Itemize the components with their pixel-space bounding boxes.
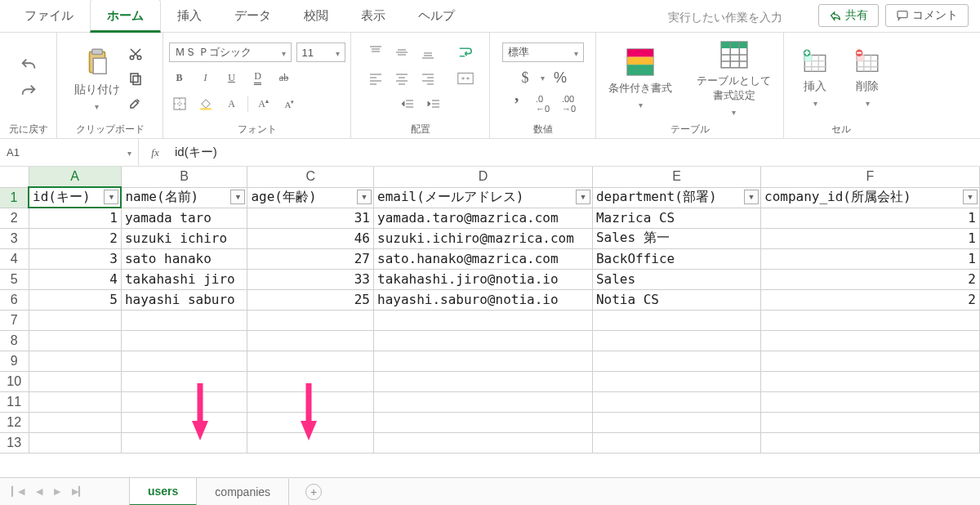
sheet-nav-last[interactable]: ▶▎	[72, 486, 85, 497]
align-top-button[interactable]	[365, 42, 386, 63]
comma-style-button[interactable]: ’	[506, 93, 528, 114]
empty-cell[interactable]	[121, 391, 247, 412]
empty-cell[interactable]	[121, 371, 247, 391]
sheet-tab-users[interactable]: users	[129, 478, 197, 506]
filter-button[interactable]: ▼	[576, 190, 590, 204]
row-header-5[interactable]: 5	[0, 269, 29, 289]
empty-cell[interactable]	[29, 310, 121, 330]
empty-cell[interactable]	[761, 412, 980, 432]
empty-cell[interactable]	[761, 391, 980, 412]
tab-review[interactable]: 校閲	[287, 0, 345, 32]
filter-button[interactable]: ▼	[104, 190, 118, 204]
font-name-select[interactable]: ＭＳ Ｐゴシック	[169, 42, 292, 62]
header-cell[interactable]: company_id(所属会社)▼	[761, 187, 980, 208]
data-cell[interactable]: Mazrica CS	[592, 208, 760, 228]
empty-cell[interactable]	[761, 351, 980, 371]
data-cell[interactable]: sato.hanako@mazrica.com	[374, 248, 593, 269]
comment-button[interactable]: コメント	[885, 4, 969, 27]
data-cell[interactable]: Notia CS	[592, 289, 760, 310]
row-header-13[interactable]: 13	[0, 432, 29, 453]
empty-cell[interactable]	[592, 432, 760, 453]
empty-cell[interactable]	[761, 310, 980, 330]
row-header-7[interactable]: 7	[0, 310, 29, 330]
data-cell[interactable]: 1	[761, 248, 980, 269]
empty-cell[interactable]	[761, 432, 980, 453]
data-cell[interactable]: 46	[247, 228, 374, 248]
data-cell[interactable]: 2	[761, 269, 980, 289]
fill-color-button[interactable]	[195, 93, 216, 114]
data-cell[interactable]: hayashi saburo	[121, 289, 247, 310]
wrap-text-button[interactable]	[455, 42, 476, 63]
data-cell[interactable]: Sales	[592, 269, 760, 289]
data-cell[interactable]: 4	[29, 269, 121, 289]
insert-cells-button[interactable]: 挿入	[801, 48, 829, 109]
filter-button[interactable]: ▼	[744, 190, 759, 204]
empty-cell[interactable]	[592, 371, 760, 391]
col-header-C[interactable]: C	[247, 167, 374, 187]
data-cell[interactable]: 2	[29, 228, 121, 248]
merge-cells-button[interactable]	[455, 68, 476, 89]
empty-cell[interactable]	[374, 310, 593, 330]
align-right-button[interactable]	[417, 68, 439, 89]
data-cell[interactable]: 2	[761, 289, 980, 310]
row-header-8[interactable]: 8	[0, 330, 29, 351]
empty-cell[interactable]	[121, 412, 247, 432]
col-header-F[interactable]: F	[761, 167, 980, 187]
row-header-4[interactable]: 4	[0, 248, 29, 269]
cut-button[interactable]	[125, 43, 146, 65]
data-cell[interactable]: 33	[247, 269, 374, 289]
empty-cell[interactable]	[374, 330, 593, 351]
bold-button[interactable]: B	[169, 67, 190, 88]
align-bottom-button[interactable]	[417, 42, 439, 63]
tab-file[interactable]: ファイル	[8, 0, 90, 32]
row-header-11[interactable]: 11	[0, 391, 29, 412]
delete-cells-button[interactable]: 削除	[853, 48, 881, 109]
copy-button[interactable]	[125, 68, 146, 89]
empty-cell[interactable]	[592, 330, 760, 351]
sheet-nav-first[interactable]: ▎◀	[11, 486, 24, 497]
data-cell[interactable]: takahashi.jiro@notia.io	[374, 269, 593, 289]
empty-cell[interactable]	[121, 351, 247, 371]
data-cell[interactable]: 1	[29, 208, 121, 228]
formula-input[interactable]	[172, 139, 980, 166]
font-color-button[interactable]: A	[221, 93, 243, 114]
empty-cell[interactable]	[29, 432, 121, 453]
row-header-12[interactable]: 12	[0, 412, 29, 432]
empty-cell[interactable]	[374, 351, 593, 371]
empty-cell[interactable]	[29, 391, 121, 412]
data-cell[interactable]: yamada taro	[121, 208, 247, 228]
empty-cell[interactable]	[374, 432, 593, 453]
sheet-nav-prev[interactable]: ◀	[36, 486, 42, 497]
redo-button[interactable]	[18, 81, 39, 102]
borders-button[interactable]	[169, 93, 190, 114]
empty-cell[interactable]	[29, 330, 121, 351]
shrink-font-button[interactable]: A▾	[279, 93, 301, 114]
data-cell[interactable]: BackOffice	[592, 248, 760, 269]
row-header-1[interactable]: 1	[0, 187, 29, 208]
empty-cell[interactable]	[592, 412, 760, 432]
tab-help[interactable]: ヘルプ	[402, 0, 471, 32]
filter-button[interactable]: ▼	[230, 190, 245, 204]
data-cell[interactable]: sato hanako	[121, 248, 247, 269]
row-header-10[interactable]: 10	[0, 371, 29, 391]
grid-table[interactable]: ABCDEF 1id(キー)▼name(名前)▼age(年齢)▼email(メー…	[0, 167, 980, 454]
sheet-tab-companies[interactable]: companies	[197, 479, 289, 505]
undo-button[interactable]	[18, 55, 39, 76]
align-middle-button[interactable]	[391, 42, 412, 63]
decrease-decimal-button[interactable]: .00→0	[559, 93, 580, 114]
empty-cell[interactable]	[374, 371, 593, 391]
empty-cell[interactable]	[247, 310, 374, 330]
empty-cell[interactable]	[121, 310, 247, 330]
data-cell[interactable]: Sales 第一	[592, 228, 760, 248]
row-header-3[interactable]: 3	[0, 228, 29, 248]
empty-cell[interactable]	[121, 432, 247, 453]
format-painter-button[interactable]	[125, 92, 146, 114]
col-header-E[interactable]: E	[592, 167, 760, 187]
empty-cell[interactable]	[247, 351, 374, 371]
align-left-button[interactable]	[365, 68, 386, 89]
empty-cell[interactable]	[374, 391, 593, 412]
data-cell[interactable]: suzuki ichiro	[121, 228, 247, 248]
currency-button[interactable]: $	[514, 67, 536, 88]
sheet-nav-next[interactable]: ▶	[54, 486, 60, 497]
empty-cell[interactable]	[374, 412, 593, 432]
